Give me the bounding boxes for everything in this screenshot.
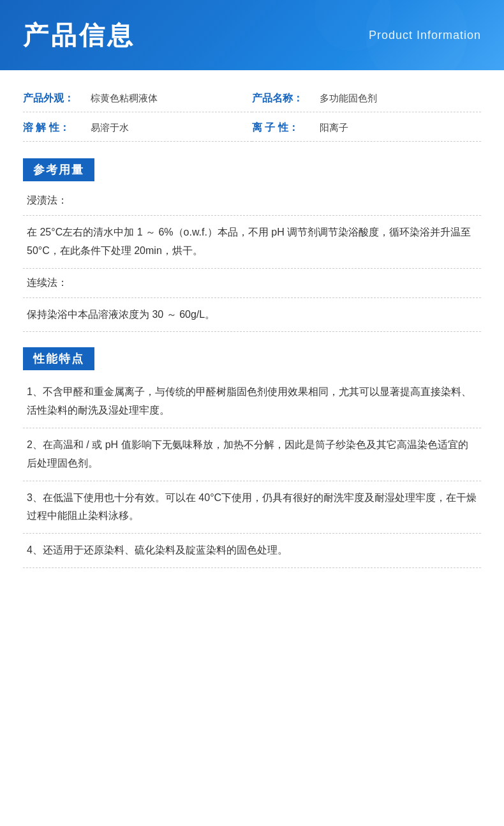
value-appearance: 棕黄色粘稠液体 xyxy=(91,93,158,105)
label-ionicity: 离 子 性： xyxy=(252,121,309,135)
label-product-name: 产品名称： xyxy=(252,92,309,105)
section1-item-1: 在 25°C左右的清水中加 1 ～ 6%（o.w.f.）本品，不用 pH 调节剂… xyxy=(23,216,481,269)
section2-item-0: 1、不含甲醛和重金属离子，与传统的甲醛树脂固色剂使用效果相同，尤其可以显著提高直… xyxy=(23,375,481,428)
value-ionicity: 阳离子 xyxy=(320,122,348,134)
header: 产品信息 Product Information xyxy=(0,0,504,70)
value-solubility: 易溶于水 xyxy=(91,122,129,134)
product-info-grid: 产品外观： 棕黄色粘稠液体 产品名称： 多功能固色剂 溶 解 性： 易溶于水 离… xyxy=(23,83,481,142)
section1-title: 参考用量 xyxy=(23,158,94,181)
section1-item-0: 浸渍法： xyxy=(23,186,481,216)
section-performance: 性能特点 1、不含甲醛和重金属离子，与传统的甲醛树脂固色剂使用效果相同，尤其可以… xyxy=(23,334,481,568)
header-title-chinese: 产品信息 xyxy=(23,18,135,53)
section1-items: 浸渍法： 在 25°C左右的清水中加 1 ～ 6%（o.w.f.）本品，不用 p… xyxy=(23,186,481,332)
label-solubility: 溶 解 性： xyxy=(23,121,80,135)
section2-item-1: 2、在高温和 / 或 pH 值影响下无氨味释放，加热不分解，因此是筒子纱染色及其… xyxy=(23,428,481,481)
info-row-name: 产品名称： 多功能固色剂 xyxy=(252,83,481,112)
section2-item-2: 3、在低温下使用也十分有效。可以在 40°C下使用，仍具有很好的耐洗牢度及耐湿处… xyxy=(23,481,481,534)
section2-items: 1、不含甲醛和重金属离子，与传统的甲醛树脂固色剂使用效果相同，尤其可以显著提高直… xyxy=(23,375,481,568)
info-row-appearance: 产品外观： 棕黄色粘稠液体 xyxy=(23,83,252,112)
header-title-english: Product Information xyxy=(369,29,481,42)
section2-item-3: 4、还适用于还原染料、硫化染料及靛蓝染料的固色处理。 xyxy=(23,534,481,568)
info-row-solubility: 溶 解 性： 易溶于水 xyxy=(23,112,252,142)
section1-item-2: 连续法： xyxy=(23,269,481,298)
section-reference-usage: 参考用量 浸渍法： 在 25°C左右的清水中加 1 ～ 6%（o.w.f.）本品… xyxy=(23,146,481,332)
info-row-ionicity: 离 子 性： 阳离子 xyxy=(252,112,481,142)
label-appearance: 产品外观： xyxy=(23,92,80,105)
value-product-name: 多功能固色剂 xyxy=(320,93,377,105)
section1-item-3: 保持染浴中本品溶液浓度为 30 ～ 60g/L。 xyxy=(23,298,481,333)
content-area: 产品外观： 棕黄色粘稠液体 产品名称： 多功能固色剂 溶 解 性： 易溶于水 离… xyxy=(0,70,504,590)
section2-title: 性能特点 xyxy=(23,347,94,370)
